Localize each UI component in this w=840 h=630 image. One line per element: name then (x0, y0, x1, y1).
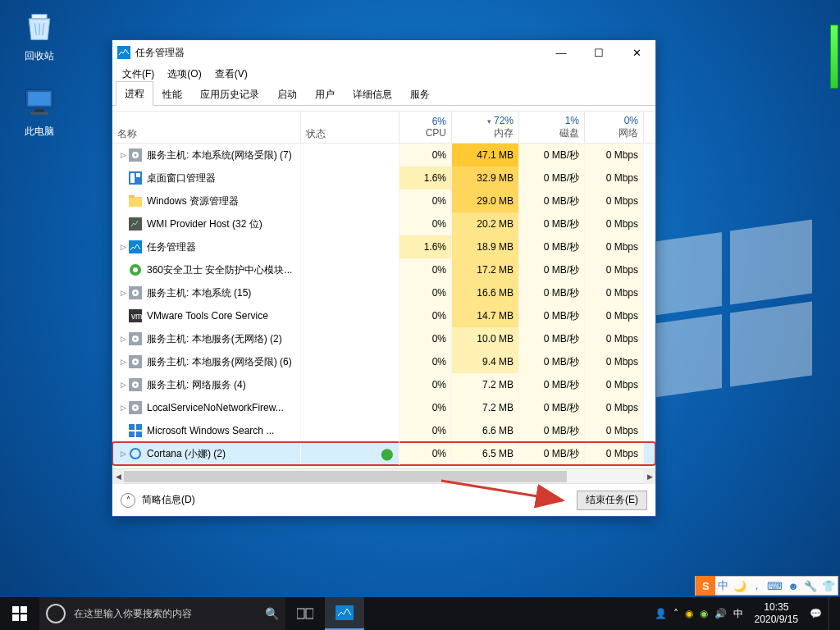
expand-icon[interactable]: ▷ (117, 289, 129, 297)
col-network[interactable]: 0%网络 (585, 112, 644, 143)
process-row[interactable]: Windows 资源管理器0%29.0 MB0 MB/秒0 Mbps (112, 189, 655, 212)
process-status (301, 189, 399, 212)
process-cpu: 0% (399, 350, 452, 373)
taskbar-app-taskmgr[interactable] (325, 597, 364, 630)
tray-chevron-up-icon[interactable]: ˄ (673, 608, 678, 619)
tray-volume-icon[interactable]: 🔊 (714, 608, 727, 619)
tab-processes[interactable]: 进程 (116, 81, 153, 106)
process-memory: 16.6 MB (452, 281, 519, 304)
process-row[interactable]: ▷服务主机: 本地系统 (15)0%16.6 MB0 MB/秒0 Mbps (112, 281, 655, 304)
recycle-bin-icon[interactable]: 回收站 (7, 7, 72, 63)
process-row[interactable]: Microsoft Windows Search ...0%6.6 MB0 MB… (112, 419, 655, 442)
process-name: 服务主机: 网络服务 (4) (147, 378, 246, 392)
tab-details[interactable]: 详细信息 (344, 82, 401, 106)
end-task-button[interactable]: 结束任务(E) (577, 491, 647, 510)
process-cpu: 0% (399, 304, 452, 327)
menu-file[interactable]: 文件(F) (117, 66, 159, 83)
search-placeholder: 在这里输入你要搜索的内容 (74, 607, 192, 621)
title-bar[interactable]: 任务管理器 — ☐ ✕ (112, 40, 655, 65)
process-cpu: 0% (399, 189, 452, 212)
menu-options[interactable]: 选项(O) (162, 66, 206, 83)
col-cpu[interactable]: 6%CPU (399, 112, 452, 143)
process-icon (129, 447, 142, 460)
process-name: WMI Provider Host (32 位) (147, 217, 262, 231)
process-row[interactable]: 桌面窗口管理器1.6%32.9 MB0 MB/秒0 Mbps (112, 167, 655, 189)
expand-icon[interactable]: ▷ (117, 151, 129, 159)
svg-rect-37 (129, 431, 135, 437)
process-row[interactable]: ▷服务主机: 网络服务 (4)0%7.2 MB0 MB/秒0 Mbps (112, 373, 655, 396)
process-row[interactable]: ▷LocalServiceNoNetworkFirew...0%7.2 MB0 … (112, 396, 655, 419)
expand-icon[interactable]: ▷ (117, 358, 129, 366)
process-name: 服务主机: 本地服务(网络受限) (6) (147, 355, 292, 369)
this-pc-icon[interactable]: 此电脑 (7, 82, 72, 139)
expand-icon[interactable]: ▷ (117, 381, 129, 389)
leaf-icon: ⬤ (381, 447, 394, 460)
ime-punct[interactable]: ， (749, 578, 765, 593)
col-status[interactable]: 状态 (301, 112, 399, 143)
col-disk[interactable]: 1%磁盘 (519, 112, 585, 143)
process-row[interactable]: ▷任务管理器1.6%18.9 MB0 MB/秒0 Mbps (112, 235, 655, 258)
process-cpu: 0% (399, 442, 452, 465)
tray-ime-indicator[interactable]: 中 (733, 607, 743, 621)
process-row[interactable]: ▷服务主机: 本地系统(网络受限) (7)0%47.1 MB0 MB/秒0 Mb… (112, 144, 655, 167)
process-icon (129, 378, 142, 391)
process-rows: ▷服务主机: 本地系统(网络受限) (7)0%47.1 MB0 MB/秒0 Mb… (112, 144, 655, 468)
annotation-arrow (441, 476, 581, 512)
tab-apphistory[interactable]: 应用历史记录 (191, 82, 268, 106)
start-button[interactable] (0, 597, 39, 630)
process-network: 0 Mbps (585, 442, 644, 465)
process-memory: 7.2 MB (452, 373, 519, 396)
fewer-details-label[interactable]: 简略信息(D) (142, 493, 195, 507)
ime-keyboard-icon[interactable]: ⌨ (765, 580, 785, 592)
process-network: 0 Mbps (585, 304, 644, 327)
svg-rect-46 (306, 609, 313, 619)
expand-icon[interactable]: ▷ (117, 335, 129, 343)
expand-icon[interactable]: ▷ (117, 243, 129, 251)
process-name: 服务主机: 本地服务(无网络) (2) (147, 332, 282, 346)
ime-skin-icon[interactable]: 👕 (819, 580, 838, 592)
minimize-button[interactable]: — (542, 40, 580, 65)
expand-icon[interactable]: ▷ (117, 404, 129, 412)
notifications-icon[interactable]: 💬 (810, 608, 822, 619)
process-disk: 0 MB/秒 (519, 327, 585, 350)
process-row[interactable]: WMI Provider Host (32 位)0%20.2 MB0 MB/秒0… (112, 212, 655, 235)
tab-users[interactable]: 用户 (306, 82, 344, 106)
tab-performance[interactable]: 性能 (153, 82, 191, 106)
process-status (301, 304, 399, 327)
process-row[interactable]: ▷服务主机: 本地服务(无网络) (2)0%10.0 MB0 MB/秒0 Mbp… (112, 327, 655, 350)
ime-lang[interactable]: 中 (715, 578, 731, 593)
task-view-button[interactable] (285, 597, 325, 630)
scroll-right-icon[interactable]: ▶ (644, 469, 655, 484)
close-button[interactable]: ✕ (618, 40, 655, 65)
col-name[interactable]: 名称 (112, 112, 301, 143)
taskbar-search[interactable]: 在这里输入你要搜索的内容 🔍 (39, 597, 285, 630)
scroll-left-icon[interactable]: ◀ (112, 469, 124, 484)
menu-view[interactable]: 查看(V) (210, 66, 253, 83)
process-status (301, 373, 399, 396)
fewer-details-icon[interactable]: ˄ (121, 493, 135, 508)
tray-360-icon[interactable]: ◉ (685, 608, 693, 619)
col-memory[interactable]: ▾ 72%内存 (452, 112, 519, 143)
process-row[interactable]: 360安全卫士 安全防护中心模块...0%17.2 MB0 MB/秒0 Mbps (112, 258, 655, 281)
tray-360-icon-2[interactable]: ◉ (700, 608, 708, 619)
tab-services[interactable]: 服务 (401, 82, 439, 106)
svg-point-28 (135, 361, 137, 363)
taskbar-clock[interactable]: 10:35 2020/9/15 (750, 601, 803, 626)
ime-tool-icon[interactable]: 🔧 (801, 580, 819, 592)
sogou-icon[interactable]: S (696, 576, 715, 596)
process-row[interactable]: vmVMware Tools Core Service0%14.7 MB0 MB… (112, 304, 655, 327)
ime-moon-icon[interactable]: 🌙 (731, 580, 749, 592)
expand-icon[interactable]: ▷ (117, 450, 129, 458)
ime-face-icon[interactable]: ☻ (785, 580, 801, 592)
svg-rect-13 (129, 195, 135, 198)
process-network: 0 Mbps (585, 327, 644, 350)
maximize-button[interactable]: ☐ (580, 40, 618, 65)
process-icon (129, 148, 142, 162)
process-row[interactable]: ▷服务主机: 本地服务(网络受限) (6)0%9.4 MB0 MB/秒0 Mbp… (112, 350, 655, 373)
process-row[interactable]: ▷Cortana (小娜) (2)⬤0%6.5 MB0 MB/秒0 Mbps (112, 442, 655, 465)
show-desktop-button[interactable] (829, 597, 833, 630)
tray-people-icon[interactable]: 👤 (655, 608, 667, 619)
tab-startup[interactable]: 启动 (268, 82, 306, 106)
process-cpu: 0% (399, 212, 452, 235)
ime-toolbar[interactable]: S 中 🌙 ， ⌨ ☻ 🔧 👕 (695, 576, 838, 596)
